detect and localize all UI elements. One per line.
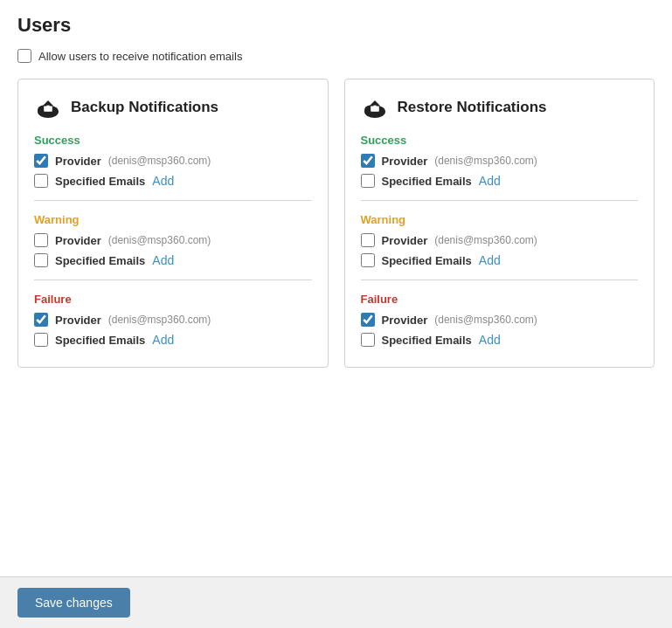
restore-success-provider-row: Provider (denis@msp360.com) [361, 154, 639, 168]
restore-success-provider-label: Provider [382, 155, 428, 168]
backup-success-specified-row: Specified Emails Add [34, 174, 312, 188]
backup-warning-provider-row: Provider (denis@msp360.com) [34, 233, 312, 247]
backup-warning-specified-label: Specified Emails [55, 254, 145, 267]
restore-warning-add-link[interactable]: Add [479, 253, 501, 267]
restore-warning-provider-label: Provider [382, 234, 428, 247]
backup-warning-section: Warning Provider (denis@msp360.com) Spec… [34, 213, 312, 267]
backup-failure-specified-checkbox[interactable] [34, 333, 48, 347]
backup-warning-add-link[interactable]: Add [152, 253, 174, 267]
svg-rect-6 [46, 106, 49, 110]
restore-success-specified-row: Specified Emails Add [361, 174, 639, 188]
restore-success-section: Success Provider (denis@msp360.com) Spec… [361, 134, 639, 188]
backup-warning-specified-checkbox[interactable] [34, 253, 48, 267]
restore-success-label: Success [361, 134, 639, 147]
page-title: Users [17, 14, 655, 37]
restore-failure-provider-label: Provider [382, 314, 428, 327]
backup-failure-specified-label: Specified Emails [55, 334, 145, 347]
restore-failure-section: Failure Provider (denis@msp360.com) Spec… [361, 293, 639, 347]
cards-row: Backup Notifications Success Provider (d… [17, 79, 655, 368]
svg-rect-13 [373, 106, 376, 110]
backup-warning-provider-email: (denis@msp360.com) [108, 234, 211, 246]
restore-divider-1 [361, 200, 639, 201]
restore-failure-provider-checkbox[interactable] [361, 313, 375, 327]
restore-success-provider-email: (denis@msp360.com) [434, 155, 537, 167]
backup-cloud-icon [34, 93, 62, 121]
backup-success-provider-email: (denis@msp360.com) [108, 155, 211, 167]
backup-divider-1 [34, 200, 312, 201]
backup-failure-provider-email: (denis@msp360.com) [108, 314, 211, 326]
restore-failure-label: Failure [361, 293, 639, 306]
restore-failure-specified-row: Specified Emails Add [361, 333, 639, 347]
restore-card-header: Restore Notifications [361, 93, 639, 121]
backup-card-header: Backup Notifications [34, 93, 312, 121]
restore-success-add-link[interactable]: Add [479, 174, 501, 188]
allow-emails-checkbox[interactable] [17, 49, 31, 63]
restore-divider-2 [361, 279, 639, 280]
backup-failure-provider-checkbox[interactable] [34, 313, 48, 327]
restore-failure-provider-email: (denis@msp360.com) [434, 314, 537, 326]
footer-bar: Save changes [0, 576, 672, 628]
backup-failure-label: Failure [34, 293, 312, 306]
backup-success-specified-checkbox[interactable] [34, 174, 48, 188]
restore-card: Restore Notifications Success Provider (… [344, 79, 655, 368]
backup-success-provider-label: Provider [55, 155, 101, 168]
backup-failure-section: Failure Provider (denis@msp360.com) Spec… [34, 293, 312, 347]
backup-success-specified-label: Specified Emails [55, 175, 145, 188]
backup-warning-specified-row: Specified Emails Add [34, 253, 312, 267]
restore-success-specified-checkbox[interactable] [361, 174, 375, 188]
backup-success-provider-row: Provider (denis@msp360.com) [34, 154, 312, 168]
allow-emails-label: Allow users to receive notification emai… [38, 50, 242, 63]
restore-card-title: Restore Notifications [398, 99, 547, 116]
backup-failure-provider-label: Provider [55, 314, 101, 327]
backup-success-provider-checkbox[interactable] [34, 154, 48, 168]
backup-failure-provider-row: Provider (denis@msp360.com) [34, 313, 312, 327]
restore-warning-specified-row: Specified Emails Add [361, 253, 639, 267]
restore-warning-specified-checkbox[interactable] [361, 253, 375, 267]
restore-warning-provider-checkbox[interactable] [361, 233, 375, 247]
restore-failure-specified-label: Specified Emails [382, 334, 472, 347]
backup-warning-label: Warning [34, 213, 312, 226]
backup-success-add-link[interactable]: Add [152, 174, 174, 188]
restore-success-provider-checkbox[interactable] [361, 154, 375, 168]
restore-failure-provider-row: Provider (denis@msp360.com) [361, 313, 639, 327]
restore-warning-section: Warning Provider (denis@msp360.com) Spec… [361, 213, 639, 267]
backup-divider-2 [34, 279, 312, 280]
backup-success-label: Success [34, 134, 312, 147]
restore-failure-add-link[interactable]: Add [479, 333, 501, 347]
restore-failure-specified-checkbox[interactable] [361, 333, 375, 347]
restore-warning-specified-label: Specified Emails [382, 254, 472, 267]
backup-card: Backup Notifications Success Provider (d… [17, 79, 329, 368]
restore-success-specified-label: Specified Emails [382, 175, 472, 188]
restore-cloud-icon [361, 93, 389, 121]
backup-success-section: Success Provider (denis@msp360.com) Spec… [34, 134, 312, 188]
restore-warning-label: Warning [361, 213, 639, 226]
backup-warning-provider-checkbox[interactable] [34, 233, 48, 247]
backup-warning-provider-label: Provider [55, 234, 101, 247]
backup-card-title: Backup Notifications [71, 99, 218, 116]
save-changes-button[interactable]: Save changes [17, 588, 130, 618]
restore-warning-provider-email: (denis@msp360.com) [434, 234, 537, 246]
restore-warning-provider-row: Provider (denis@msp360.com) [361, 233, 639, 247]
backup-failure-add-link[interactable]: Add [152, 333, 174, 347]
backup-failure-specified-row: Specified Emails Add [34, 333, 312, 347]
